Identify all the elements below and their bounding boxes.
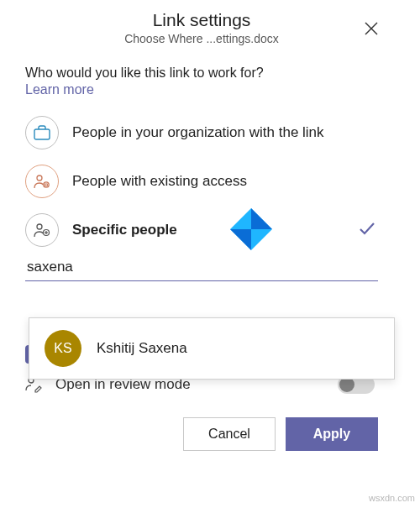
avatar: KS: [45, 330, 81, 367]
cancel-button[interactable]: Cancel: [183, 417, 276, 451]
apply-button[interactable]: Apply: [286, 417, 378, 451]
svg-marker-12: [230, 229, 251, 250]
people-lock-icon: [25, 165, 59, 198]
watermark: wsxdn.com: [369, 493, 415, 503]
option-org-label: People in your organization with the lin…: [72, 123, 324, 142]
dialog-header: Link settings Choose Where ...ettings.do…: [18, 10, 385, 45]
suggestion-name: Kshitij Saxena: [97, 340, 187, 357]
svg-rect-2: [34, 129, 50, 139]
check-icon: [358, 219, 376, 241]
dialog-footer: Cancel Apply: [25, 417, 378, 451]
close-icon: [365, 22, 378, 35]
people-search-wrap[interactable]: [25, 254, 378, 281]
svg-point-6: [37, 224, 42, 229]
svg-point-3: [37, 175, 42, 181]
option-org[interactable]: People in your organization with the lin…: [25, 114, 378, 151]
learn-more-link[interactable]: Learn more: [25, 82, 378, 97]
svg-rect-5: [45, 184, 48, 186]
people-suggestion-dropdown: KS Kshitij Saxena: [29, 317, 395, 380]
windows-logo-icon: [227, 207, 276, 252]
people-search-input[interactable]: [25, 254, 378, 281]
who-prompt: Who would you like this link to work for…: [25, 65, 378, 81]
svg-marker-11: [251, 208, 272, 229]
briefcase-icon: [25, 116, 59, 149]
close-button[interactable]: [360, 17, 383, 40]
option-existing-label: People with existing access: [72, 172, 247, 191]
people-add-icon: [25, 213, 59, 247]
dialog-subtitle: Choose Where ...ettings.docx: [18, 32, 385, 45]
svg-point-4: [44, 182, 49, 187]
option-specific-label: Specific people: [72, 221, 177, 239]
suggestion-item[interactable]: KS Kshitij Saxena: [29, 318, 394, 379]
dialog-title: Link settings: [18, 10, 385, 30]
option-specific[interactable]: Specific people: [25, 212, 378, 249]
option-existing[interactable]: People with existing access: [25, 163, 378, 200]
